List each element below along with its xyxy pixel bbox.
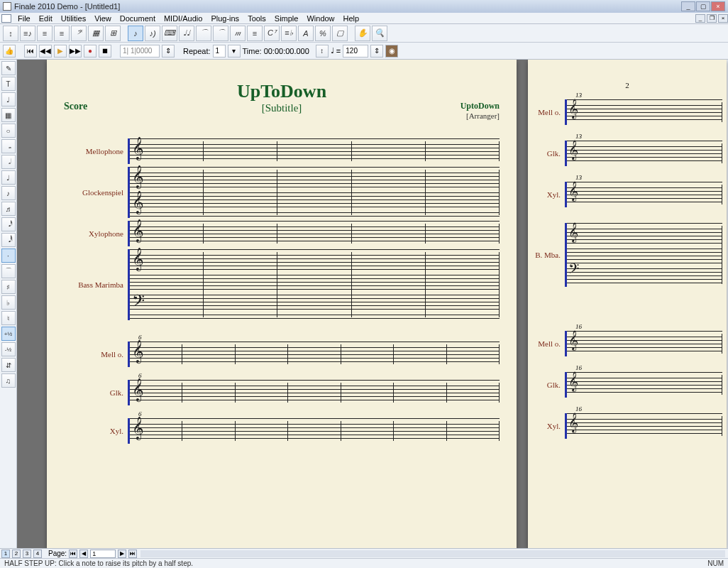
- tool-text[interactable]: A: [298, 26, 314, 41]
- score-canvas[interactable]: Score UpToDown [Subtitle] UptoDown [Arra…: [17, 60, 728, 548]
- tool-measure[interactable]: ≡: [37, 26, 53, 41]
- menu-window[interactable]: Window: [302, 14, 338, 23]
- tool-articulation[interactable]: 𝆐: [230, 26, 246, 41]
- tool-layout[interactable]: ⊞: [105, 26, 121, 41]
- tool-repeat[interactable]: ≡♭: [281, 26, 297, 41]
- tempo-field[interactable]: 120: [343, 45, 368, 58]
- repeat-field[interactable]: 1: [213, 45, 226, 58]
- staff-glockenspiel[interactable]: 𝄞𝄞: [128, 167, 500, 218]
- mdi-minimize[interactable]: _: [695, 14, 705, 23]
- tool-page[interactable]: ▢: [332, 26, 348, 41]
- pal-grace[interactable]: ♫: [1, 373, 16, 388]
- pal-circle[interactable]: ○: [1, 124, 16, 138]
- pal-eraser[interactable]: ✎: [1, 61, 16, 75]
- minimize-button[interactable]: _: [681, 1, 695, 11]
- pal-natural[interactable]: ♮: [1, 311, 16, 325]
- tool-smartshape[interactable]: ⌒: [196, 26, 211, 41]
- pal-grid[interactable]: ▦: [1, 108, 16, 122]
- staff-p2[interactable]: 13𝄞: [565, 182, 722, 207]
- tool-resize[interactable]: %: [315, 26, 331, 41]
- tool-speedy-entry[interactable]: ♪): [145, 26, 160, 41]
- close-button[interactable]: ×: [711, 1, 725, 11]
- score-subtitle[interactable]: [Subtitle]: [128, 102, 436, 114]
- layer-2[interactable]: 2: [12, 550, 21, 558]
- menu-simple[interactable]: Simple: [270, 14, 303, 23]
- tool-expression[interactable]: ≡: [247, 26, 263, 41]
- pal-eighth-note[interactable]: ♪: [1, 186, 16, 200]
- pal-half-step-down[interactable]: -½: [1, 342, 16, 356]
- menu-document[interactable]: Document: [116, 14, 160, 23]
- pal-repitch[interactable]: ♩: [1, 92, 16, 106]
- tempo-spin[interactable]: ⇕: [370, 45, 383, 58]
- staff-p2b[interactable]: 16𝄞: [565, 331, 722, 356]
- page-prev[interactable]: ◀: [79, 550, 88, 558]
- tool-hyperscribe[interactable]: ⌨: [162, 26, 177, 41]
- play-rewind[interactable]: ◀◀: [39, 45, 52, 58]
- page-first[interactable]: ⏮: [69, 550, 77, 558]
- staff-xyl-2[interactable]: 6𝄞: [128, 418, 500, 444]
- play-forward[interactable]: ▶▶: [69, 45, 82, 58]
- tool-hand[interactable]: ✋: [355, 26, 370, 41]
- layer-1[interactable]: 1: [1, 550, 10, 558]
- composer-name[interactable]: UptoDown: [436, 101, 500, 111]
- tool-key[interactable]: ≡: [54, 26, 70, 41]
- staff-mellophone[interactable]: 𝄞: [128, 138, 500, 164]
- staff-glk-2[interactable]: 6𝄞: [128, 380, 500, 405]
- pal-enharmonic[interactable]: ⇵: [1, 358, 16, 372]
- staff-bass-marimba[interactable]: 𝄞𝄢: [128, 249, 500, 320]
- pal-t[interactable]: T: [1, 77, 16, 91]
- layer-3[interactable]: 3: [23, 550, 31, 558]
- pal-sharp[interactable]: ♯: [1, 280, 16, 294]
- menu-help[interactable]: Help: [339, 14, 364, 23]
- pal-sixtyfourth-note[interactable]: 𝅘𝅥𝅱: [1, 233, 16, 247]
- tool-time-sig[interactable]: ▦: [88, 26, 104, 41]
- staff-mello-2[interactable]: 6𝄞: [128, 342, 500, 367]
- menu-view[interactable]: View: [90, 14, 116, 23]
- play-play[interactable]: ▶: [54, 45, 67, 58]
- score-title[interactable]: UpToDown: [128, 81, 436, 102]
- tool-staff[interactable]: ≡♪: [20, 26, 35, 41]
- score-page-2[interactable]: 2 Mell o. 13𝄞 Glk. 13𝄞 Xyl. 13𝄞 B. Mba. …: [528, 60, 727, 548]
- repeat-dropdown[interactable]: ▾: [228, 45, 241, 58]
- menu-utilities[interactable]: Utilities: [57, 14, 90, 23]
- audio-settings-icon[interactable]: ◉: [385, 45, 398, 58]
- play-first[interactable]: ⏮: [24, 45, 37, 58]
- staff-p2[interactable]: 13𝄞: [565, 99, 722, 125]
- pal-thirtysecond-note[interactable]: 𝅘𝅥𝅰: [1, 217, 16, 231]
- maximize-button[interactable]: ▢: [696, 1, 710, 11]
- page-last[interactable]: ⏭: [128, 550, 137, 558]
- menu-file[interactable]: File: [13, 14, 35, 23]
- pal-half-step-up[interactable]: +½: [1, 327, 16, 341]
- menu-tools[interactable]: Tools: [243, 14, 270, 23]
- pal-sixteenth-note[interactable]: ♬: [1, 202, 16, 216]
- staff-p2b[interactable]: 16𝄞: [565, 413, 722, 439]
- score-page-1[interactable]: Score UpToDown [Subtitle] UptoDown [Arra…: [47, 60, 517, 548]
- page-next[interactable]: ▶: [118, 550, 126, 558]
- tool-clef[interactable]: 𝄢: [71, 26, 87, 41]
- arranger-name[interactable]: [Arranger]: [436, 111, 500, 120]
- layer-4[interactable]: 4: [33, 550, 42, 558]
- pal-dot[interactable]: ·: [1, 248, 16, 263]
- counter-field[interactable]: 1| 1|0000: [120, 45, 160, 58]
- horizontal-scrollbar[interactable]: [140, 550, 725, 557]
- menu-midi-audio[interactable]: MIDI/Audio: [160, 14, 206, 23]
- pal-tie[interactable]: ⌒: [1, 264, 16, 278]
- menu-edit[interactable]: Edit: [35, 14, 57, 23]
- play-record[interactable]: ●: [84, 45, 96, 58]
- staff-p2b[interactable]: 16𝄞: [565, 372, 722, 398]
- pal-quarter-note[interactable]: ♩: [1, 170, 16, 185]
- staff-xylophone[interactable]: 𝄞: [128, 221, 500, 246]
- tool-slur[interactable]: ⌒: [213, 26, 228, 41]
- staff-p2[interactable]: 𝄞𝄢: [565, 223, 722, 287]
- mdi-restore[interactable]: ❐: [707, 14, 717, 23]
- pal-flat[interactable]: ♭: [1, 295, 16, 310]
- thumbs-up-icon[interactable]: 👍: [3, 45, 16, 58]
- tool-simple-entry[interactable]: ♪: [128, 26, 143, 41]
- mdi-close[interactable]: ×: [718, 14, 728, 23]
- tool-tuplet[interactable]: ♩♩: [179, 26, 194, 41]
- pal-whole-note[interactable]: 𝅝: [1, 139, 16, 153]
- tool-nav[interactable]: ↕: [3, 26, 18, 41]
- tool-zoom[interactable]: 🔍: [372, 26, 387, 41]
- tool-chord[interactable]: C⁷: [264, 26, 280, 41]
- counter-spin[interactable]: ⇕: [162, 45, 175, 58]
